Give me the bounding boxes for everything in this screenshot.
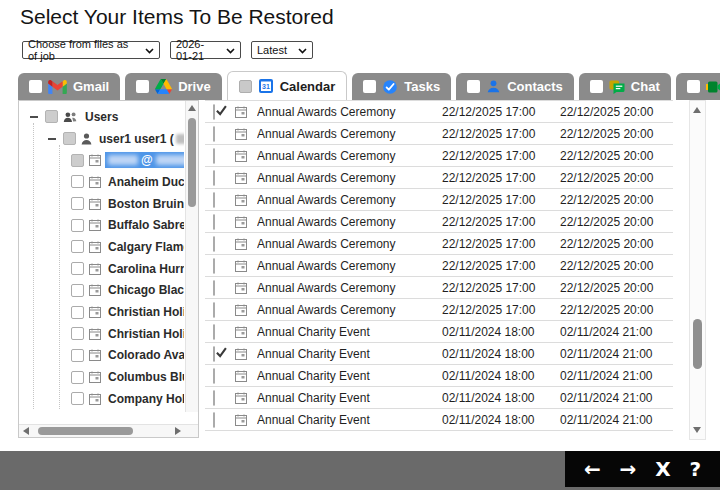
forward-button[interactable]: → [620,459,637,479]
event-checkbox[interactable] [213,192,215,208]
tab-tasks[interactable]: Tasks [352,73,451,100]
tree-item-checkbox[interactable] [63,132,76,145]
tree-item-checkbox[interactable] [71,262,84,275]
event-checkbox[interactable] [213,324,215,340]
event-checkbox[interactable] [213,346,215,362]
tree-item[interactable]: user1 user1 ( [19,128,184,150]
tree-item[interactable]: Christian Holida [19,301,184,323]
tree-horizontal-scrollbar[interactable] [19,424,198,437]
tree-item[interactable]: Colorado Avalan [19,345,184,367]
tab-contacts[interactable]: Contacts [456,73,574,100]
scroll-right-arrow-icon[interactable] [175,427,181,435]
wizard-nav-panel: ← → X ? [565,451,720,487]
close-button[interactable]: X [655,459,670,479]
tree-item[interactable]: Anaheim Ducks [19,171,184,193]
event-row[interactable]: Annual Charity Event 02/11/2024 18:00 02… [205,365,673,387]
tab-drive[interactable]: Drive [125,73,222,100]
event-checkbox[interactable] [213,236,215,252]
tab-chat[interactable]: Chat [579,73,671,100]
back-button[interactable]: ← [584,459,601,479]
tree-item-checkbox[interactable] [71,175,84,188]
tree-item[interactable]: Christian Holida [19,323,184,345]
tree-item-checkbox[interactable] [71,306,84,319]
scroll-left-arrow-icon[interactable] [23,427,29,435]
event-row[interactable]: Annual Awards Ceremony 22/12/2025 17:00 … [205,299,673,321]
event-row[interactable]: Annual Awards Ceremony 22/12/2025 17:00 … [205,211,673,233]
tree-item[interactable]: @ [19,149,184,171]
event-row[interactable]: Annual Awards Ceremony 22/12/2025 17:00 … [205,101,673,123]
table-vertical-scrollbar[interactable] [689,100,706,440]
tree-item-checkbox[interactable] [71,371,84,384]
event-checkbox[interactable] [213,104,215,120]
event-checkbox[interactable] [213,170,215,186]
tree-horizontal-scroll-thumb[interactable] [38,427,133,435]
tree-item[interactable]: Buffalo Sabres [19,214,184,236]
tree-item-checkbox[interactable] [71,197,84,210]
tab-gmail[interactable]: Gmail [18,73,120,100]
tree-vertical-scroll-thumb[interactable] [188,118,196,207]
tree-item-label: Christian Holida [105,304,184,320]
scroll-up-arrow-icon[interactable] [188,105,196,111]
tree-item-checkbox[interactable] [71,349,84,362]
event-row[interactable]: Annual Charity Event 02/11/2024 18:00 02… [205,343,673,365]
tab-checkbox[interactable] [239,80,252,93]
event-row[interactable]: Annual Charity Event 02/11/2024 18:00 02… [205,387,673,409]
event-row[interactable]: Annual Awards Ceremony 22/12/2025 17:00 … [205,123,673,145]
tree-item-checkbox[interactable] [71,327,84,340]
job-version-select[interactable]: Latest [251,41,313,59]
event-checkbox[interactable] [213,390,215,406]
event-row[interactable]: Annual Awards Ceremony 22/12/2025 17:00 … [205,145,673,167]
tab-checkbox[interactable] [363,80,376,93]
tree-item-checkbox[interactable] [71,240,84,253]
tab-meet[interactable]: Meet [676,73,720,100]
event-row[interactable]: Annual Awards Ceremony 22/12/2025 17:00 … [205,277,673,299]
job-date-value: 2026-01-21 [176,38,220,62]
tree-item[interactable]: Chicago Blackha [19,280,184,302]
event-start: 22/12/2025 17:00 [442,237,560,251]
help-button[interactable]: ? [689,459,701,479]
tree-item[interactable]: Boston Bruins [19,193,184,215]
tab-checkbox[interactable] [687,80,700,93]
event-end: 22/12/2025 20:00 [560,303,673,317]
event-row[interactable]: Annual Awards Ceremony 22/12/2025 17:00 … [205,233,673,255]
event-checkbox[interactable] [213,302,215,318]
table-vertical-scroll-thumb[interactable] [693,319,702,369]
tree-item[interactable]: Company Holida [19,388,184,410]
event-checkbox[interactable] [213,412,215,428]
event-row[interactable]: Annual Charity Event 02/11/2024 18:00 02… [205,321,673,343]
event-checkbox[interactable] [213,258,215,274]
tree-item-checkbox[interactable] [71,392,84,405]
tab-calendar[interactable]: 31 Calendar [227,71,348,100]
collapse-toggle[interactable] [48,138,56,140]
accounts-tree: Users user1 user1 ( @ Anaheim Ducks Bost… [19,106,184,423]
tree-item[interactable]: Columbus Blue [19,366,184,388]
event-row[interactable]: Annual Awards Ceremony 22/12/2025 17:00 … [205,167,673,189]
event-checkbox[interactable] [213,148,215,164]
scroll-down-arrow-icon[interactable] [693,427,701,433]
tree-item-checkbox[interactable] [71,219,84,232]
event-row[interactable]: Annual Charity Event 02/11/2024 18:00 02… [205,409,673,431]
tab-label: Drive [178,79,211,94]
tab-checkbox[interactable] [467,80,480,93]
tab-checkbox[interactable] [590,80,603,93]
tree-item[interactable]: Users [19,106,184,128]
tree-item-checkbox[interactable] [71,284,84,297]
tree-item-checkbox[interactable] [71,154,84,167]
event-checkbox[interactable] [213,280,215,296]
tree-item[interactable]: Carolina Hurrica [19,258,184,280]
event-row[interactable]: Annual Awards Ceremony 22/12/2025 17:00 … [205,255,673,277]
tree-vertical-scrollbar[interactable] [185,101,198,412]
job-source-select[interactable]: Choose from files as of job [22,41,160,59]
scroll-up-arrow-icon[interactable] [693,107,701,113]
tab-checkbox[interactable] [136,80,149,93]
event-checkbox[interactable] [213,126,215,142]
tree-item-checkbox[interactable] [45,110,58,123]
collapse-toggle[interactable] [30,116,38,118]
tab-checkbox[interactable] [29,80,42,93]
event-checkbox[interactable] [213,214,215,230]
tab-label: Calendar [280,79,336,94]
event-row[interactable]: Annual Awards Ceremony 22/12/2025 17:00 … [205,189,673,211]
event-checkbox[interactable] [213,368,215,384]
tree-item[interactable]: Calgary Flames [19,236,184,258]
job-date-select[interactable]: 2026-01-21 [170,41,241,59]
